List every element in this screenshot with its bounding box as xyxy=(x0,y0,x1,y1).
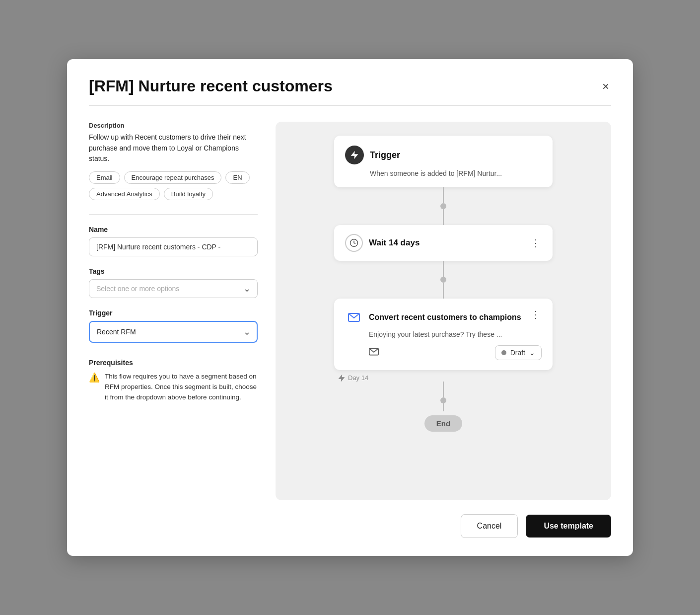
email-icon xyxy=(345,308,363,326)
modal: [RFM] Nurture recent customers × Descrip… xyxy=(67,59,633,556)
email-card-menu-icon[interactable]: ⋮ xyxy=(531,308,542,320)
email-card-footer: Draft ⌄ xyxy=(369,345,542,360)
connector-line-1 xyxy=(443,187,444,203)
description-text: Follow up with Recent customers to drive… xyxy=(89,132,258,164)
connector-line-2 xyxy=(443,261,444,277)
draft-badge[interactable]: Draft ⌄ xyxy=(495,345,542,360)
wait-card-title: Wait 14 days xyxy=(369,238,420,248)
email-card-title: Convert recent customers to champions xyxy=(369,312,521,323)
right-panel: Trigger When someone is added to [RFM] N… xyxy=(276,122,611,500)
day-lightning-icon xyxy=(338,375,345,382)
warning-icon: ⚠️ xyxy=(89,372,100,403)
tags-label: Tags xyxy=(89,267,258,275)
connector-line-3b xyxy=(443,403,444,411)
email-small-icon xyxy=(369,348,379,358)
tags-select[interactable]: Select one or more options xyxy=(89,279,258,298)
modal-footer: Cancel Use template xyxy=(67,500,633,556)
tags-select-wrapper: Select one or more options ⌄ xyxy=(89,279,258,298)
prerequisites-body: ⚠️ This flow requires you to have a segm… xyxy=(89,372,258,403)
trigger-icon-circle xyxy=(345,146,364,164)
email-card-body: Enjoying your latest purchase? Try these… xyxy=(369,330,542,338)
left-panel: Description Follow up with Recent custom… xyxy=(89,122,258,500)
tag-en: EN xyxy=(225,171,249,184)
day-row: Day 14 xyxy=(334,371,553,382)
end-bubble: End xyxy=(424,415,462,432)
connector-dot-1 xyxy=(440,203,446,209)
wait-card-menu-icon[interactable]: ⋮ xyxy=(531,237,542,249)
left-divider xyxy=(89,214,258,215)
cancel-button[interactable]: Cancel xyxy=(461,514,518,538)
use-template-button[interactable]: Use template xyxy=(526,515,611,538)
tag-encourage: Encourage repeat purchases xyxy=(124,171,222,184)
tag-email: Email xyxy=(89,171,120,184)
close-button[interactable]: × xyxy=(600,78,611,94)
draft-status-dot xyxy=(501,350,506,355)
prerequisites-text: This flow requires you to have a segment… xyxy=(105,372,258,403)
day-label-text: Day 14 xyxy=(348,374,368,382)
draft-chevron-icon: ⌄ xyxy=(529,349,535,357)
tag-advanced-analytics: Advanced Analytics xyxy=(89,188,160,200)
wait-card: Wait 14 days ⋮ xyxy=(334,225,553,261)
draft-label: Draft xyxy=(510,349,525,357)
trigger-card-header: Trigger xyxy=(345,146,542,164)
connector-line-2b xyxy=(443,283,444,299)
prerequisites-section: Prerequisites ⚠️ This flow requires you … xyxy=(89,359,258,403)
email-card-title-row: Convert recent customers to champions xyxy=(345,308,521,326)
email-card: Convert recent customers to champions ⋮ … xyxy=(334,299,553,370)
connector-line-1b xyxy=(443,209,444,225)
name-input[interactable] xyxy=(89,237,258,256)
day-label: Day 14 xyxy=(338,374,368,382)
trigger-select-wrapper: Recent RFM ⌄ xyxy=(89,321,258,343)
clock-icon xyxy=(345,234,363,252)
tag-build-loyalty: Build loyalty xyxy=(164,188,213,200)
trigger-card-title: Trigger xyxy=(370,150,400,160)
connector-dot-2 xyxy=(440,277,446,283)
name-label: Name xyxy=(89,226,258,233)
email-card-header: Convert recent customers to champions ⋮ xyxy=(345,308,542,326)
trigger-card-body: When someone is added to [RFM] Nurtur... xyxy=(370,169,542,177)
modal-body: Description Follow up with Recent custom… xyxy=(67,106,633,500)
connector-dot-3 xyxy=(440,397,446,403)
trigger-card: Trigger When someone is added to [RFM] N… xyxy=(334,136,553,187)
wait-card-left: Wait 14 days xyxy=(345,234,420,252)
trigger-select[interactable]: Recent RFM xyxy=(89,321,258,343)
prerequisites-title: Prerequisites xyxy=(89,359,258,367)
description-label: Description xyxy=(89,122,258,129)
modal-header: [RFM] Nurture recent customers × xyxy=(67,59,633,105)
modal-title: [RFM] Nurture recent customers xyxy=(89,77,333,95)
lightning-icon xyxy=(350,150,359,160)
connector-line-3 xyxy=(443,382,444,397)
trigger-label: Trigger xyxy=(89,309,258,317)
tags-row: Email Encourage repeat purchases EN Adva… xyxy=(89,171,258,200)
flow-container: Trigger When someone is added to [RFM] N… xyxy=(287,136,599,432)
